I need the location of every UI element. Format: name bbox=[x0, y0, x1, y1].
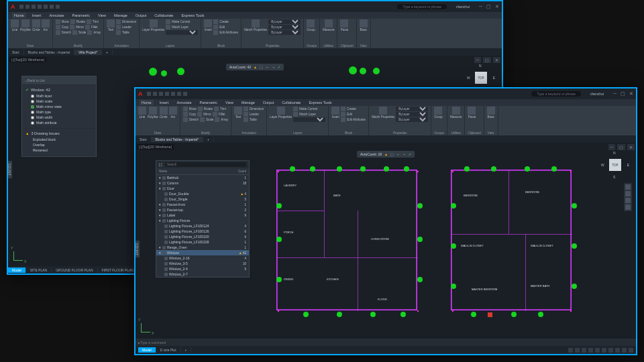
window-block-symbol bbox=[404, 166, 409, 172]
command-line[interactable]: ▸ bbox=[136, 338, 636, 346]
document-tabs[interactable]: Start Blocks and Tables - Imperial* + bbox=[136, 135, 636, 143]
tool-insert[interactable]: Insert bbox=[204, 19, 212, 32]
check-box[interactable] bbox=[31, 95, 34, 98]
tool-line[interactable]: Line bbox=[11, 19, 19, 32]
tree-row[interactable]: Lighting Fixture_LF1001244 bbox=[156, 223, 249, 229]
check-box[interactable] bbox=[31, 100, 34, 103]
check-box[interactable] bbox=[31, 116, 34, 119]
issue-row[interactable]: Exploded block bbox=[25, 137, 93, 142]
tree-row[interactable]: Lighting Fixture_LF1002281 bbox=[156, 239, 249, 245]
tool-layer-props[interactable]: Layer Properties bbox=[142, 19, 164, 32]
tree-row[interactable]: Lighting Fixture_LF1002206 bbox=[156, 234, 249, 239]
window-controls[interactable]: ─▢✕ bbox=[613, 91, 633, 97]
window-block-symbol bbox=[337, 312, 342, 317]
autocad-window-2: A Type a keyword or phrase chenchoi ─▢✕ … bbox=[134, 87, 637, 355]
count-panel-tab[interactable]: COUNT bbox=[136, 241, 140, 258]
layout-model[interactable]: Model bbox=[138, 347, 156, 353]
tool-match-props[interactable]: Match Properties bbox=[244, 19, 267, 32]
maximize-icon: ▢ bbox=[486, 4, 491, 9]
tool-arc[interactable]: Arc bbox=[42, 19, 50, 32]
quick-access-toolbar[interactable] bbox=[147, 92, 187, 96]
search-box[interactable]: Type a keyword or phrase bbox=[397, 4, 447, 9]
tab-annotate: Annotate bbox=[47, 13, 66, 18]
viewport-label[interactable]: [-][Top][2D Wireframe] bbox=[137, 144, 174, 149]
tree-row[interactable]: ▾ Label9 bbox=[156, 213, 249, 218]
tree-row[interactable]: Door_Double▲ 4 bbox=[156, 191, 249, 196]
issue-row[interactable]: Renamed bbox=[25, 147, 93, 153]
tree-row[interactable]: Window_2-7 bbox=[156, 272, 249, 277]
layout-dsize[interactable]: D size Plot bbox=[156, 347, 181, 353]
viewcube[interactable]: NSEW TOP bbox=[471, 68, 491, 88]
count-panel-tab[interactable]: COUNT bbox=[8, 161, 12, 178]
tree-row[interactable]: ▾ Window▲ 42 bbox=[156, 250, 249, 255]
tree-row[interactable]: ▾ Lighting Fixture bbox=[156, 218, 249, 223]
search-box[interactable]: Type a keyword or phrase bbox=[531, 91, 581, 97]
bylayer3[interactable]: ByLayer bbox=[268, 30, 301, 35]
back-link[interactable]: ‹ Back to List bbox=[22, 76, 96, 85]
floor-plan-ground: LAUNDRY PORCH BATH DINING KITCHEN LIVING… bbox=[276, 170, 417, 310]
tool-group[interactable]: Group bbox=[307, 19, 315, 32]
check-row[interactable]: Math width bbox=[25, 115, 93, 120]
tree-row[interactable]: Window_3-510 bbox=[156, 261, 249, 266]
document-tabs[interactable]: Start Blocks and Tables - Imperial Villa… bbox=[8, 48, 502, 56]
window-controls[interactable]: ─▢✕ bbox=[479, 4, 499, 9]
check-row[interactable]: Math layer bbox=[25, 93, 93, 99]
tool-base[interactable]: Base bbox=[360, 19, 368, 32]
tree-row[interactable]: ▾ Faucet-top2 bbox=[156, 207, 249, 213]
check-row[interactable]: Math scale bbox=[25, 99, 93, 104]
tree-row[interactable]: ▾ Column18 bbox=[156, 180, 249, 186]
viewport-label[interactable]: [-][Top][2D Wireframe] bbox=[9, 57, 46, 62]
check-box[interactable] bbox=[31, 121, 34, 125]
layer-dropdown[interactable] bbox=[166, 30, 198, 35]
tree-row[interactable]: Window_2-164 bbox=[156, 255, 249, 261]
tree-search-input[interactable] bbox=[165, 162, 246, 167]
ribbon-tabs[interactable]: Home Insert Annotate Parametric View Man… bbox=[8, 12, 502, 19]
error-block-symbol bbox=[488, 312, 492, 317]
tree-row[interactable]: ▾ Bathtub1 bbox=[156, 175, 249, 180]
tab-view: View bbox=[96, 13, 108, 18]
autocount-toolbar[interactable]: AutoCount: 19▲⬚←→✔ bbox=[357, 151, 415, 158]
tree-row[interactable]: ▾ Range_Oven1 bbox=[156, 245, 249, 250]
check-row[interactable]: Math mirror state bbox=[25, 104, 93, 109]
tool-measure[interactable]: Measure bbox=[323, 19, 335, 32]
ribbon: Line Polyline Circle Arc Draw MoveRotate… bbox=[8, 19, 502, 48]
window-block-symbol bbox=[451, 284, 456, 289]
check-box[interactable] bbox=[31, 111, 34, 114]
check-row[interactable]: Math attribute bbox=[25, 120, 93, 125]
check-icon: ✔ bbox=[409, 152, 411, 156]
issue-row[interactable]: Overlap bbox=[25, 142, 93, 147]
tree-row[interactable]: Door_Single5 bbox=[156, 196, 249, 202]
autocount-toolbar[interactable]: AutoCount: 42▲⬚←→✔ bbox=[226, 64, 284, 70]
quick-access-toolbar[interactable] bbox=[19, 5, 60, 9]
tree-row[interactable]: Lighting Fixture_LF1001266 bbox=[156, 229, 249, 234]
window-block-symbol bbox=[276, 277, 282, 282]
nav-bar[interactable] bbox=[624, 183, 632, 211]
check-box[interactable] bbox=[31, 105, 34, 109]
viewcube[interactable]: NSEW TOP bbox=[605, 155, 625, 175]
command-input[interactable] bbox=[140, 341, 633, 345]
check-icon: ✔ bbox=[25, 88, 29, 92]
count-tree-panel: ⛶ NameCount ▾ Bathtub1▾ Column18▾ Door D… bbox=[156, 160, 250, 278]
tool-circle[interactable]: Circle bbox=[32, 19, 40, 32]
floor-plan-upper: BEDROOM BEDROOM WALK-IN CLOSET MASTER BE… bbox=[451, 170, 572, 310]
tool-polyline[interactable]: Polyline bbox=[20, 19, 31, 32]
bylayer2[interactable]: ByLayer bbox=[268, 25, 301, 29]
drawing-canvas[interactable]: [-][Top][2D Wireframe] ─▢✕ AutoCount: 19… bbox=[136, 143, 636, 338]
viewport-controls[interactable]: ─▢✕ bbox=[474, 57, 500, 63]
viewport-controls[interactable]: ─▢✕ bbox=[608, 144, 635, 150]
filter-icon[interactable]: ⛶ bbox=[159, 163, 162, 167]
window-block-symbol bbox=[451, 203, 456, 208]
tree-row[interactable]: ▾ Faucet-front1 bbox=[156, 202, 249, 207]
status-toggles[interactable] bbox=[568, 348, 633, 353]
window-block-symbol bbox=[290, 166, 295, 172]
bylayer1[interactable]: ByLayer bbox=[268, 19, 301, 24]
user-name[interactable]: chenchoi bbox=[590, 92, 604, 96]
check-row[interactable]: Math type bbox=[25, 109, 93, 115]
tool-text[interactable]: Text bbox=[107, 19, 115, 32]
ribbon-tabs[interactable]: HomeInsertAnnotateParametricViewManageOu… bbox=[136, 99, 636, 106]
user-name[interactable]: chenchoi bbox=[456, 5, 470, 9]
tool-paste[interactable]: Paste bbox=[340, 19, 348, 32]
app-logo: A bbox=[11, 3, 15, 10]
tree-row[interactable]: Window_2-49 bbox=[156, 266, 249, 272]
tree-row[interactable]: ▾ Door bbox=[156, 186, 249, 191]
